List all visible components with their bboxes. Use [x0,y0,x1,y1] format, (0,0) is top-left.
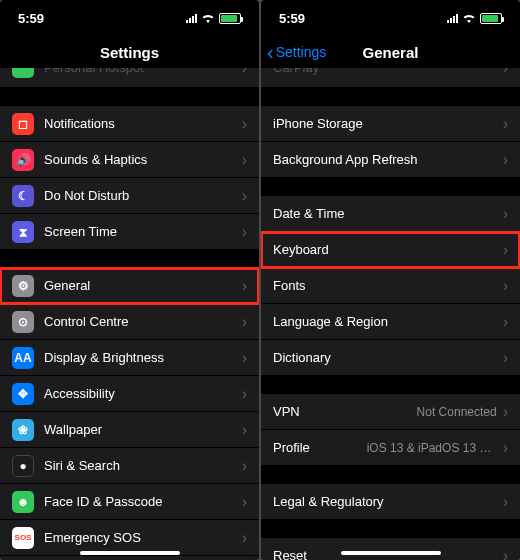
status-bar: 5:59 [261,0,520,36]
row-dictionary[interactable]: Dictionary› [261,340,520,376]
row-label: Face ID & Passcode [44,494,242,509]
phone-right-general: 5:59 ‹ Settings General CarPlay›iPhone S… [261,0,520,560]
settings-group: Legal & Regulatory› [261,484,520,520]
row-iphone-storage[interactable]: iPhone Storage› [261,106,520,142]
chevron-right-icon: › [503,68,508,76]
status-indicators [447,13,502,24]
chevron-right-icon: › [503,440,508,456]
row-keyboard[interactable]: Keyboard› [261,232,520,268]
chevron-right-icon: › [242,386,247,402]
row-background-app-refresh[interactable]: Background App Refresh› [261,142,520,178]
row-profile[interactable]: ProfileiOS 13 & iPadOS 13 Beta Software … [261,430,520,466]
row-date-time[interactable]: Date & Time› [261,196,520,232]
page-title: Settings [100,44,159,61]
chevron-right-icon: › [242,458,247,474]
row-fonts[interactable]: Fonts› [261,268,520,304]
settings-list[interactable]: Personal Hotspot›◻Notifications›🔊Sounds … [0,68,259,560]
row-partial[interactable]: CarPlay› [261,68,520,88]
row-label: Emergency SOS [44,530,242,545]
row-language-region[interactable]: Language & Region› [261,304,520,340]
row-vpn[interactable]: VPNNot Connected› [261,394,520,430]
general-icon: ⚙ [12,275,34,297]
siri-search-icon: ● [12,455,34,477]
row-wallpaper[interactable]: ❀Wallpaper› [0,412,259,448]
row-label: Sounds & Haptics [44,152,242,167]
phone-left-settings: 5:59 Settings Personal Hotspot›◻Notifica… [0,0,259,560]
settings-group: ◻Notifications›🔊Sounds & Haptics›☾Do Not… [0,106,259,250]
row-label: Fonts [273,278,503,293]
row-label: VPN [273,404,417,419]
partial-icon [12,68,34,78]
chevron-right-icon: › [242,350,247,366]
emergency-sos-icon: SOS [12,527,34,549]
chevron-right-icon: › [242,530,247,546]
signal-icon [186,14,197,23]
screen-time-icon: ⧗ [12,221,34,243]
back-button[interactable]: ‹ Settings [267,42,326,62]
row-general[interactable]: ⚙General› [0,268,259,304]
row-label: Keyboard [273,242,503,257]
do-not-disturb-icon: ☾ [12,185,34,207]
row-partial[interactable]: Personal Hotspot› [0,68,259,88]
chevron-right-icon: › [503,242,508,258]
row-screen-time[interactable]: ⧗Screen Time› [0,214,259,250]
sounds-haptics-icon: 🔊 [12,149,34,171]
row-legal-regulatory[interactable]: Legal & Regulatory› [261,484,520,520]
row-label: Dictionary [273,350,503,365]
chevron-right-icon: › [242,278,247,294]
status-time: 5:59 [18,11,44,26]
row-label: Date & Time [273,206,503,221]
row-accessibility[interactable]: ✥Accessibility› [0,376,259,412]
chevron-right-icon: › [503,116,508,132]
row-notifications[interactable]: ◻Notifications› [0,106,259,142]
row-label: Background App Refresh [273,152,503,167]
row-label: Accessibility [44,386,242,401]
page-title: General [363,44,419,61]
row-value: Not Connected [417,405,497,419]
settings-group: ⚙General›⊙Control Centre›AADisplay & Bri… [0,268,259,560]
chevron-right-icon: › [242,494,247,510]
row-sounds-haptics[interactable]: 🔊Sounds & Haptics› [0,142,259,178]
status-bar: 5:59 [0,0,259,36]
row-label: iPhone Storage [273,116,503,131]
row-siri-search[interactable]: ●Siri & Search› [0,448,259,484]
row-display-brightness[interactable]: AADisplay & Brightness› [0,340,259,376]
signal-icon [447,14,458,23]
chevron-right-icon: › [503,494,508,510]
nav-bar: Settings [0,36,259,68]
settings-group: VPNNot Connected›ProfileiOS 13 & iPadOS … [261,394,520,466]
row-label: Screen Time [44,224,242,239]
settings-group: iPhone Storage›Background App Refresh› [261,106,520,178]
chevron-right-icon: › [503,350,508,366]
row-battery[interactable]: ▮Battery› [0,556,259,560]
row-label: Notifications [44,116,242,131]
row-control-centre[interactable]: ⊙Control Centre› [0,304,259,340]
wifi-icon [462,13,476,23]
home-indicator[interactable] [341,551,441,555]
row-label: Wallpaper [44,422,242,437]
chevron-right-icon: › [242,314,247,330]
chevron-right-icon: › [503,206,508,222]
row-do-not-disturb[interactable]: ☾Do Not Disturb› [0,178,259,214]
status-time: 5:59 [279,11,305,26]
back-label: Settings [276,44,327,60]
row-label: General [44,278,242,293]
settings-group: Date & Time›Keyboard›Fonts›Language & Re… [261,196,520,376]
row-label: Language & Region [273,314,503,329]
row-label: CarPlay [273,68,503,75]
row-value: iOS 13 & iPadOS 13 Beta Software Pr... [367,441,497,455]
chevron-right-icon: › [503,152,508,168]
row-face-id[interactable]: ☻Face ID & Passcode› [0,484,259,520]
chevron-right-icon: › [242,422,247,438]
row-label: Profile [273,440,367,455]
chevron-right-icon: › [242,188,247,204]
general-list[interactable]: CarPlay›iPhone Storage›Background App Re… [261,68,520,560]
chevron-right-icon: › [242,116,247,132]
row-label: Control Centre [44,314,242,329]
chevron-right-icon: › [242,68,247,76]
notifications-icon: ◻ [12,113,34,135]
home-indicator[interactable] [80,551,180,555]
chevron-right-icon: › [242,224,247,240]
display-brightness-icon: AA [12,347,34,369]
row-reset[interactable]: Reset› [261,538,520,560]
